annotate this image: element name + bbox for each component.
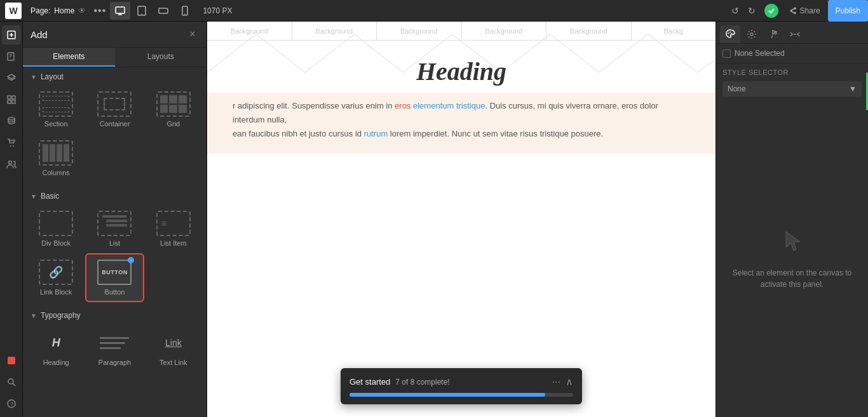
layout-section-header[interactable]: ▼ Layout [23,67,207,86]
layout-elements-grid: Section Container Grid [23,86,207,187]
assets-icon[interactable] [2,90,21,109]
basic-section-label: Basic [41,192,59,201]
none-selected-label: None Selected [735,49,785,58]
svg-line-24 [13,383,15,386]
page-info: Page: Home 👁 [27,6,90,15]
share-button[interactable]: Share [783,4,825,18]
tab-layouts[interactable]: Layouts [115,48,207,67]
container-label: Container [100,120,130,128]
svg-point-19 [10,145,11,147]
progress-title: Get started [349,377,390,387]
typography-chevron-icon: ▼ [31,312,37,319]
right-panel-empty-state: Select an element on the canvas to activ… [716,102,868,417]
layers-icon[interactable] [2,69,21,88]
cursor-icon [780,228,805,260]
button-icon: BUTTON [97,260,132,285]
logo: W [5,3,22,19]
style-selector-dropdown[interactable]: None ▼ [722,81,862,96]
columns-element[interactable]: Columns [28,135,84,182]
link-block-element[interactable]: 🔗 Link Block [28,255,84,301]
svg-rect-16 [8,100,11,103]
mobile-view-btn[interactable] [175,2,195,20]
bg-label-6: Backg [632,22,716,40]
section-element[interactable]: Section [28,86,84,133]
page-label: Page: [31,6,50,15]
svg-point-27 [728,33,729,34]
bg-label-5: Background [546,22,632,40]
search-icon[interactable] [2,373,21,392]
canvas[interactable]: Background Background Background Backgro… [207,22,715,417]
red-square-icon[interactable] [2,351,21,370]
svg-point-20 [13,145,14,147]
style-selector-value: None [728,84,746,93]
paragraph-icon [97,330,132,355]
redo-btn[interactable]: ↻ [744,3,759,18]
list-item-element[interactable]: List Item [146,206,201,252]
ecommerce-icon[interactable] [2,133,21,152]
bg-label-1: Background [207,22,292,40]
heading-element[interactable]: H Heading [28,325,84,371]
breakpoints-tab[interactable] [785,25,805,43]
svg-point-23 [8,379,13,384]
paragraph-element[interactable]: Paragraph [86,325,142,371]
right-panel-none-selected: None Selected [716,44,868,63]
canvas-highlight-red: eros [395,101,410,110]
basic-section-header[interactable]: ▼ Basic [23,187,207,206]
pages-icon[interactable] [2,47,21,66]
button-element[interactable]: BUTTON · Button [86,255,142,301]
landscape-view-btn[interactable] [153,2,173,20]
publish-button[interactable]: Publish [828,0,868,22]
undo-btn[interactable]: ↺ [728,3,743,18]
bg-label-4: Background [462,22,547,40]
corner-badge-icon: · [128,257,134,263]
grid-element[interactable]: Grid [146,86,201,133]
topbar-more-icon[interactable]: ••• [92,3,107,18]
svg-rect-0 [116,7,125,13]
style-tab[interactable] [720,25,740,43]
interactions-tab[interactable] [763,25,783,43]
tablet-view-btn[interactable] [132,2,152,20]
page-name[interactable]: Home [54,6,74,15]
text-link-element[interactable]: Link Text Link [146,325,201,371]
typography-section-header[interactable]: ▼ Typography [23,306,207,325]
add-elements-icon[interactable] [2,25,21,44]
basic-elements-grid: Div Block List List Item 🔗 Link B [23,206,207,306]
settings-tab[interactable] [742,25,762,43]
svg-point-29 [731,33,733,34]
svg-point-5 [185,13,186,15]
heading-icon: H [39,330,73,355]
add-panel-tabs: Elements Layouts [23,48,207,67]
add-panel-close-btn[interactable]: × [186,28,199,41]
canvas-inner: Background Background Background Backgro… [207,22,715,417]
progress-overlay: Get started 7 of 8 complete! ··· ∧ [341,368,582,404]
list-item-label: List Item [160,239,187,247]
list-element[interactable]: List [86,206,142,252]
progress-collapse-btn[interactable]: ∧ [566,376,573,388]
cms-icon[interactable] [2,112,21,131]
users-icon[interactable] [2,155,21,174]
link-block-label: Link Block [40,288,72,296]
tab-elements[interactable]: Elements [23,48,115,67]
style-selector-chevron-icon: ▼ [849,84,857,93]
svg-point-30 [750,33,753,36]
svg-point-21 [8,161,11,164]
help-icon[interactable]: ? [2,394,21,413]
svg-rect-9 [8,53,14,60]
right-panel: None Selected Style selector None ▼ Sele… [715,22,868,417]
div-block-element[interactable]: Div Block [28,206,84,252]
container-element[interactable]: Container [86,86,142,133]
svg-rect-15 [12,96,15,99]
columns-icon [39,140,73,166]
div-block-label: Div Block [41,239,71,247]
progress-bar-track [349,393,573,397]
progress-dots-btn[interactable]: ··· [552,376,560,388]
progress-title-group: Get started 7 of 8 complete! [349,377,450,387]
paragraph-label: Paragraph [98,359,131,366]
page-eye-icon[interactable]: 👁 [78,6,86,15]
list-icon [97,211,132,236]
desktop-view-btn[interactable] [110,2,130,20]
none-selected-checkbox[interactable] [722,50,731,58]
canvas-highlight-blue2: rutrum [364,129,388,138]
progress-actions: ··· ∧ [552,376,573,388]
svg-text:?: ? [10,401,13,407]
